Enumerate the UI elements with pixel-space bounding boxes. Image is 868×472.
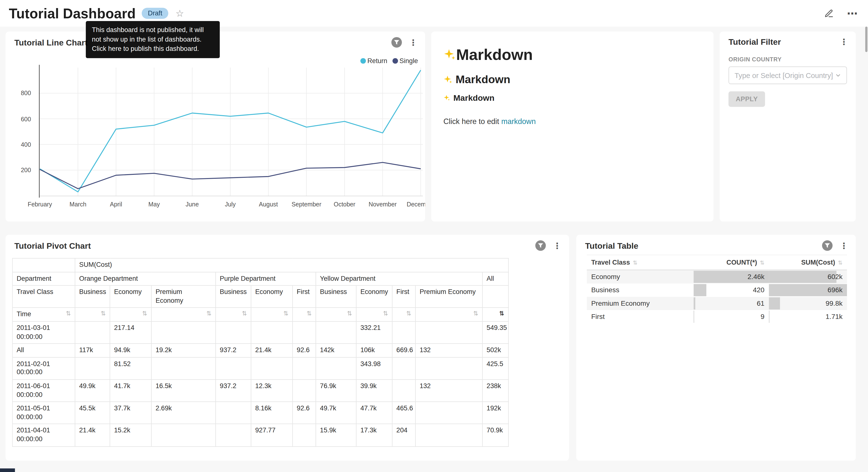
x-tick-label: February: [28, 201, 52, 208]
pivot-value-cell: 41.7k: [110, 380, 151, 402]
pivot-value-cell: [293, 321, 316, 344]
pivot-table: SUM(Cost)DepartmentOrange DepartmentPurp…: [12, 258, 509, 447]
pivot-value-cell: [415, 321, 483, 344]
pivot-value-cell: 142k: [316, 344, 356, 357]
pivot-column-header[interactable]: Business: [216, 286, 251, 308]
pivot-value-cell: [151, 321, 216, 344]
applied-filters-icon[interactable]: [822, 240, 833, 251]
pivot-column-header[interactable]: Business: [316, 286, 356, 308]
pivot-value-cell: 937.2: [216, 380, 251, 402]
value-text: 99.8k: [826, 300, 843, 307]
pivot-value-cell: [75, 321, 110, 344]
column-header-travel-class[interactable]: Travel Class⇅: [587, 255, 693, 270]
sum-cost-cell: 602k: [769, 270, 847, 284]
edit-markdown-link[interactable]: markdown: [501, 117, 536, 126]
pivot-value-cell: 465.6: [392, 402, 415, 424]
sort-toggle-icon[interactable]: ⇅: [101, 311, 106, 317]
value-bar: [769, 271, 836, 283]
pivot-column-header[interactable]: First: [392, 286, 415, 308]
applied-filters-icon[interactable]: [392, 37, 402, 48]
sort-toggle-icon[interactable]: ⇅: [406, 311, 411, 317]
pivot-column-header[interactable]: Business: [75, 286, 110, 308]
sort-toggle-icon[interactable]: ⇅: [283, 311, 288, 317]
funnel-icon: [394, 39, 400, 46]
header-actions: ⋯: [824, 7, 858, 20]
kebab-menu-icon[interactable]: ⋮: [551, 241, 564, 250]
pivot-value-cell: 204: [392, 424, 415, 446]
x-tick-label: March: [69, 201, 86, 208]
column-header-sum-cost[interactable]: SUM(Cost)⇅: [769, 255, 847, 270]
pivot-value-cell: 117k: [75, 344, 110, 357]
pivot-value-cell: 94.9k: [110, 344, 151, 357]
pivot-column-header[interactable]: Premium Economy: [415, 286, 483, 308]
more-menu-icon[interactable]: ⋯: [847, 7, 858, 20]
legend-item-single[interactable]: Single: [392, 57, 418, 65]
legend-item-return[interactable]: Return: [360, 57, 387, 65]
pivot-column-header[interactable]: Premium Economy: [151, 286, 216, 308]
pivot-value-cell: 76.9k: [316, 380, 356, 402]
value-text: 420: [753, 286, 764, 294]
pivot-value-cell: [75, 357, 110, 380]
draft-badge[interactable]: Draft: [142, 7, 168, 19]
travel-class-cell: Premium Economy: [587, 297, 693, 310]
sort-toggle-icon[interactable]: ⇅: [307, 311, 312, 317]
sort-toggle-icon[interactable]: ⇅: [347, 311, 352, 317]
kebab-menu-icon[interactable]: ⋮: [837, 38, 850, 46]
y-axis-labels: 200400600800: [6, 32, 35, 209]
pivot-column-header[interactable]: Economy: [110, 286, 151, 308]
sort-toggle-icon[interactable]: ⇅: [383, 311, 388, 317]
pivot-column-header[interactable]: First: [293, 286, 316, 308]
pivot-value-cell: 81.52: [110, 357, 151, 380]
pivot-value-cell: [216, 321, 251, 344]
pivot-cell: [483, 286, 508, 308]
origin-country-select[interactable]: Type or Select [Origin Country]: [728, 66, 847, 84]
pivot-column-header[interactable]: Economy: [356, 286, 392, 308]
column-header-count[interactable]: COUNT(*)⇅: [693, 255, 769, 270]
line-chart-card: Tutorial Line Chart ⋮ ReturnSingle 20040…: [6, 32, 425, 222]
pivot-column-header[interactable]: Economy: [251, 286, 293, 308]
pivot-sort-cell: ⇅: [293, 308, 316, 322]
line-chart-svg: [39, 65, 423, 198]
pivot-sort-cell: ⇅: [110, 308, 151, 322]
sort-toggle-icon[interactable]: ⇅: [66, 311, 71, 317]
pivot-value-cell: 937.2: [216, 344, 251, 357]
sort-toggle-icon[interactable]: ⇅: [242, 311, 247, 317]
pivot-value-cell: [415, 424, 483, 446]
apply-button[interactable]: APPLY: [728, 91, 765, 107]
pivot-row-label: 2011-02-01 00:00:00: [12, 357, 75, 380]
pivot-value-cell: 19.2k: [151, 344, 216, 357]
y-tick-label: 800: [21, 90, 31, 96]
pivot-value-cell: 21.4k: [75, 424, 110, 446]
pivot-value-cell: 217.14: [110, 321, 151, 344]
kebab-menu-icon[interactable]: ⋮: [837, 241, 850, 250]
pivot-value-cell: 49.9k: [75, 380, 110, 402]
sort-toggle-icon[interactable]: ⇅: [142, 311, 147, 317]
sort-toggle-icon[interactable]: ⇅: [206, 311, 212, 317]
pivot-table-scroll[interactable]: SUM(Cost)DepartmentOrange DepartmentPurp…: [12, 258, 562, 455]
pivot-value-cell: 15.9k: [316, 424, 356, 446]
vertical-scrollbar-thumb[interactable]: [865, 27, 868, 52]
x-tick-label: September: [291, 201, 321, 208]
kebab-menu-icon[interactable]: ⋮: [407, 38, 420, 47]
pivot-group-header[interactable]: Purple Department: [216, 272, 316, 286]
sort-icon[interactable]: ⇅: [633, 260, 638, 266]
sort-icon[interactable]: ⇅: [838, 260, 843, 266]
favorite-star-icon[interactable]: ☆: [176, 7, 184, 19]
pivot-group-header[interactable]: Orange Department: [75, 272, 216, 286]
pivot-chart-card: Tutorial Pivot Chart ⋮ SUM(Cost)Departme…: [6, 235, 569, 461]
pivot-value-cell: 17.3k: [356, 424, 392, 446]
sort-toggle-icon[interactable]: ⇅: [473, 311, 478, 317]
pivot-value-cell: 8.16k: [251, 402, 293, 424]
sparkles-icon: [443, 94, 450, 101]
pivot-sort-cell: ⇅: [251, 308, 293, 322]
pivot-value-cell: 2.69k: [151, 402, 216, 424]
publish-tooltip[interactable]: This dashboard is not published, it will…: [86, 21, 220, 58]
edit-pencil-icon[interactable]: [824, 8, 834, 18]
pivot-value-cell: 92.6: [293, 402, 316, 424]
sort-desc-active-icon[interactable]: ⇅: [499, 311, 504, 317]
sort-icon[interactable]: ⇅: [760, 260, 765, 266]
pivot-value-cell: [392, 321, 415, 344]
pivot-group-header[interactable]: Yellow Department: [316, 272, 483, 286]
pivot-measure-header: SUM(Cost): [75, 258, 508, 272]
applied-filters-icon[interactable]: [535, 240, 546, 251]
